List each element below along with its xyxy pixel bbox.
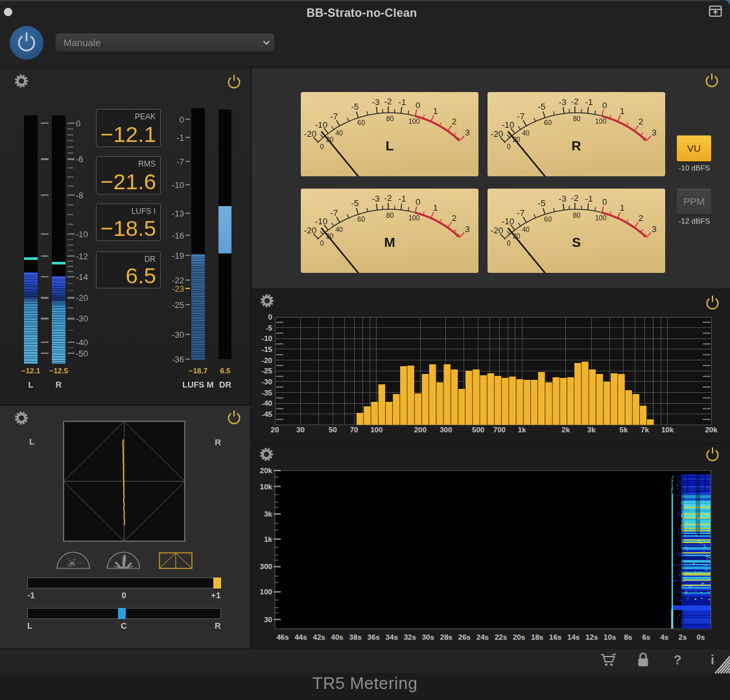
svg-text:30s: 30s [422,633,434,641]
svg-text:-5: -5 [537,198,545,208]
svg-text:-3: -3 [372,97,380,107]
svg-text:R: R [215,438,221,447]
svg-text:40: 40 [335,226,343,233]
svg-text:70: 70 [350,426,359,434]
svg-text:46s: 46s [276,633,288,641]
svg-text:2: 2 [452,213,457,223]
svg-text:-5: -5 [351,198,359,208]
svg-text:4s: 4s [660,633,668,641]
svg-text:60: 60 [357,119,365,126]
svg-text:2: 2 [452,117,457,126]
svg-text:S: S [572,235,581,250]
svg-text:40: 40 [522,226,530,233]
svg-text:-10: -10 [315,120,328,130]
svg-text:30: 30 [296,426,305,434]
svg-text:R: R [572,138,582,153]
svg-text:10k: 10k [661,426,674,434]
svg-text:20s: 20s [513,633,525,641]
svg-text:300: 300 [260,563,272,570]
svg-text:300: 300 [440,426,452,434]
svg-text:0: 0 [416,100,421,110]
svg-text:1: 1 [620,203,625,213]
svg-text:3: 3 [652,224,657,234]
svg-text:30: 30 [264,616,272,624]
svg-text:3k: 3k [264,510,272,518]
svg-text:-7: -7 [330,208,338,218]
svg-text:100: 100 [260,588,272,596]
svg-text:18s: 18s [531,633,543,641]
svg-text:0: 0 [507,143,511,150]
svg-text:10s: 10s [604,633,616,641]
svg-text:-25: -25 [261,367,272,375]
svg-text:2: 2 [639,213,644,223]
svg-text:40: 40 [522,129,530,137]
svg-text:M: M [384,235,395,250]
svg-text:0: 0 [602,100,607,110]
svg-text:0: 0 [602,197,607,207]
svg-text:-1: -1 [585,97,593,107]
svg-text:1: 1 [620,106,625,116]
svg-text:12s: 12s [585,633,598,641]
svg-text:5k: 5k [620,426,628,434]
svg-text:24s: 24s [477,633,489,641]
svg-text:1: 1 [433,106,438,116]
svg-text:-30: -30 [261,378,272,386]
svg-text:-2: -2 [384,193,392,203]
svg-text:-10: -10 [502,216,515,226]
svg-text:-5: -5 [266,324,273,332]
svg-text:100: 100 [595,117,607,125]
svg-text:22s: 22s [495,633,507,641]
svg-text:8s: 8s [624,633,632,641]
svg-text:36s: 36s [368,633,380,641]
svg-text:1: 1 [433,203,438,213]
svg-text:-5: -5 [351,102,359,111]
svg-text:38s: 38s [349,633,362,641]
svg-text:100: 100 [370,426,383,434]
svg-text:700: 700 [493,426,506,434]
svg-text:-20: -20 [491,129,504,139]
svg-text:200: 200 [414,426,427,434]
svg-text:L: L [29,437,34,447]
svg-text:-20: -20 [261,356,272,364]
svg-text:14s: 14s [567,633,580,641]
svg-text:2k: 2k [561,426,570,434]
svg-text:0: 0 [320,239,324,247]
svg-text:-7: -7 [517,208,524,218]
svg-text:60: 60 [357,215,365,223]
svg-text:-45: -45 [261,410,272,418]
svg-text:10k: 10k [260,483,273,491]
svg-text:6s: 6s [642,633,650,641]
svg-text:80: 80 [386,211,394,219]
svg-text:80: 80 [386,115,394,122]
svg-text:-20: -20 [304,129,317,139]
svg-text:3: 3 [465,128,470,137]
svg-text:100: 100 [595,214,607,222]
svg-text:100: 100 [408,117,420,125]
svg-text:-2: -2 [571,193,579,203]
svg-text:L: L [386,138,394,153]
svg-text:3: 3 [652,128,657,137]
svg-text:500: 500 [472,426,484,434]
svg-text:80: 80 [573,115,581,122]
svg-text:-10: -10 [502,120,515,130]
svg-text:20: 20 [271,426,279,434]
svg-text:32s: 32s [404,633,416,641]
svg-text:-1: -1 [398,97,406,107]
svg-text:7k: 7k [641,426,649,434]
svg-text:100: 100 [408,214,420,222]
svg-text:0s: 0s [697,633,705,641]
svg-text:-10: -10 [315,216,328,226]
svg-text:60: 60 [544,215,552,223]
svg-text:1k: 1k [518,426,526,434]
svg-text:1k: 1k [264,535,272,543]
svg-text:-3: -3 [559,97,567,107]
svg-text:-7: -7 [517,111,524,121]
svg-text:-10: -10 [261,334,272,342]
svg-text:28s: 28s [440,633,453,641]
svg-text:16s: 16s [549,633,561,641]
svg-text:60: 60 [544,119,552,126]
svg-text:50: 50 [329,426,337,434]
svg-text:-3: -3 [559,194,567,204]
svg-text:0: 0 [507,239,511,247]
svg-text:-35: -35 [261,389,272,397]
